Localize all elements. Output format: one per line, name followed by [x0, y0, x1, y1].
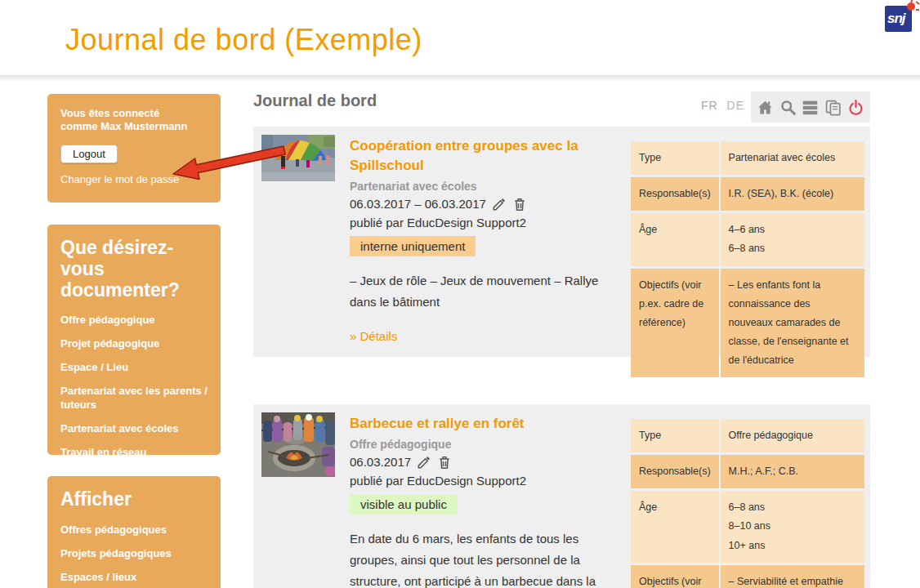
snj-logo-text: snj: [887, 11, 905, 27]
sidebar-item-projet-pedagogique[interactable]: Projet pédagogique: [60, 337, 208, 351]
entry-date: 06.03.2017: [350, 455, 411, 469]
entry-category: Partenariat avec écoles: [350, 180, 626, 193]
entry-title-link[interactable]: Barbecue et rallye en forêt: [350, 414, 626, 434]
sidebar-item-partenariat-parents[interactable]: Partenariat avec les parents / tuteurs: [60, 385, 208, 412]
sidebar-item-offre-pedagogique[interactable]: Offre pédagogique: [60, 314, 208, 327]
sidebar-item-espaces-lieux[interactable]: Espaces / lieux: [60, 571, 208, 585]
table-row: Âge 4–6 ans 6–8 ans: [631, 213, 864, 265]
sidebar-item-travail-reseau[interactable]: Travail en réseau: [60, 446, 208, 460]
page-header: Journal de bord (Exemple) snj: [0, 0, 920, 75]
entry-photo-parachute[interactable]: [261, 135, 335, 181]
journal-entry-card: Coopération entre groupes avec la Spills…: [253, 127, 870, 357]
delete-trash-icon[interactable]: [512, 197, 527, 212]
visibility-badge-public: visible au public: [350, 494, 458, 514]
entry-published-by: publié par EducDesign Support2: [350, 216, 626, 229]
entry-description: – Jeux de rôle – Jeux de mouvement – Ral…: [350, 270, 626, 314]
copy-icon[interactable]: [824, 99, 842, 116]
snj-logo-sun-icon: [907, 2, 915, 11]
home-icon[interactable]: [757, 99, 774, 116]
document-menu-box: Que désirez-vous documenter? Offre pédag…: [47, 225, 221, 455]
sidebar-item-espace-lieu[interactable]: Espace / Lieu: [60, 361, 208, 375]
journal-entry-card: Barbecue et rallye en forêt Offre pédago…: [253, 404, 870, 588]
entry-text-column: Coopération entre groupes avec la Spills…: [350, 136, 626, 344]
menu-icon[interactable]: [802, 99, 819, 116]
entry-text-column: Barbecue et rallye en forêt Offre pédago…: [350, 414, 626, 588]
header-shadow-divider: [0, 75, 920, 81]
table-row: Responsable(s) I.R. (SEA), B.K. (école): [631, 177, 864, 211]
connected-user-text: Vous êtes connecté comme Max Mustermann: [60, 107, 195, 134]
entry-category: Offre pédagogique: [350, 438, 626, 451]
logout-button[interactable]: Logout: [60, 145, 118, 163]
entry-meta-table: Type Partenariat avec écoles Responsable…: [629, 139, 866, 380]
edit-pencil-icon[interactable]: [492, 197, 507, 212]
table-row: Objectifs (voir p.ex. cadre de référence…: [631, 565, 864, 588]
table-row: Type Partenariat avec écoles: [631, 141, 864, 175]
delete-trash-icon[interactable]: [437, 455, 452, 470]
sidebar-item-projets-pedagogiques[interactable]: Projets pédagogiques: [60, 547, 208, 561]
lang-de-link[interactable]: DE: [727, 99, 744, 112]
page-title: Journal de bord (Exemple): [65, 23, 422, 57]
lang-fr-link[interactable]: FR: [701, 99, 718, 112]
entry-date-row: 06.03.2017: [350, 455, 626, 470]
entry-description: En date du 6 mars, les enfants de tous l…: [350, 528, 626, 588]
document-menu-title: Que désirez-vous documenter?: [60, 238, 208, 301]
visibility-badge-internal: interne uniquement: [350, 236, 476, 256]
entry-date: 06.03.2017 – 06.03.2017: [350, 197, 486, 211]
entry-date-row: 06.03.2017 – 06.03.2017: [350, 197, 626, 212]
table-row: Objectifs (voir p.ex. cadre de référence…: [631, 269, 864, 378]
entry-published-by: publié par EducDesign Support2: [350, 474, 626, 488]
entry-photo-campfire[interactable]: [261, 412, 335, 477]
entry-title-link[interactable]: Coopération entre groupes avec la Spills…: [350, 136, 626, 176]
display-menu-box: Afficher Offres pédagogiques Projets péd…: [47, 476, 221, 588]
table-row: Type Offre pédagogique: [631, 419, 864, 452]
edit-pencil-icon[interactable]: [417, 455, 431, 470]
language-switch: FR DE: [701, 99, 749, 112]
sidebar-item-offres-pedagogiques[interactable]: Offres pédagogiques: [60, 523, 208, 537]
main-heading: Journal de bord: [253, 91, 377, 110]
login-status-box: Vous êtes connecté comme Max Mustermann …: [47, 94, 221, 203]
entry-meta-table: Type Offre pédagogique Responsable(s) M.…: [629, 416, 866, 588]
change-password-link[interactable]: Changer le mot de passe: [60, 173, 208, 185]
power-icon[interactable]: [847, 99, 864, 116]
table-row: Âge 6–8 ans 8–10 ans 10+ ans: [631, 491, 864, 562]
display-menu-title: Afficher: [60, 489, 208, 510]
toolbar: [751, 91, 870, 122]
search-icon[interactable]: [779, 99, 797, 116]
details-link[interactable]: » Détails: [350, 329, 397, 343]
snj-logo: snj: [885, 6, 912, 32]
sidebar-item-partenariat-ecoles[interactable]: Partenariat avec écoles: [60, 422, 208, 436]
table-row: Responsable(s) M.H.; A.F.; C.B.: [631, 455, 864, 488]
